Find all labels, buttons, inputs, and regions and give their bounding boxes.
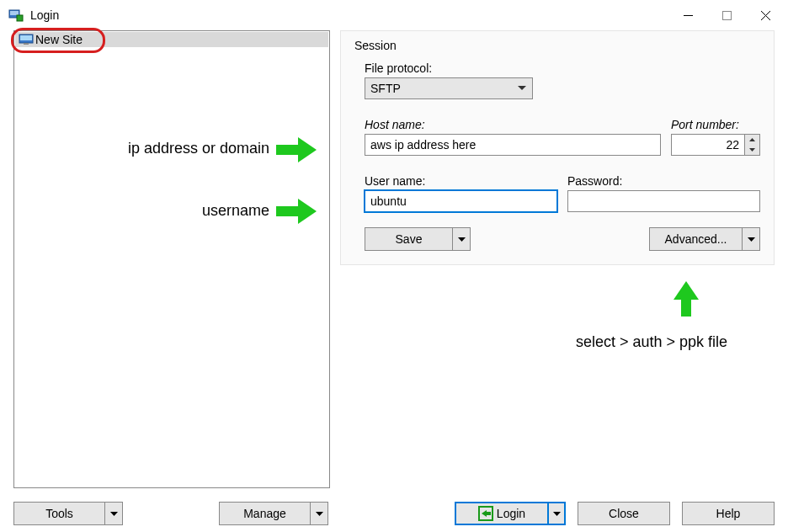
advanced-button[interactable]: Advanced... <box>649 227 742 251</box>
close-button[interactable] <box>746 3 785 28</box>
annotation-host-text: ip address or domain <box>101 140 269 157</box>
port-spin-up[interactable] <box>745 135 759 145</box>
site-item-label: New Site <box>35 33 83 46</box>
manage-dropdown[interactable] <box>310 502 328 525</box>
manage-button[interactable]: Manage <box>219 502 310 525</box>
save-button[interactable]: Save <box>365 227 452 251</box>
user-label: User name: <box>365 174 557 188</box>
monitor-icon <box>19 34 34 45</box>
manage-button-group: Manage <box>219 502 328 525</box>
login-button[interactable]: Login <box>455 502 547 525</box>
password-input[interactable] <box>567 190 760 212</box>
login-button-label: Login <box>497 507 525 520</box>
save-button-group: Save <box>365 227 471 251</box>
annotation-arrow-advanced <box>674 281 699 317</box>
svg-rect-2 <box>17 15 23 21</box>
minimize-button[interactable] <box>668 3 707 28</box>
annotation-user-text: username <box>101 202 269 220</box>
svg-marker-10 <box>749 138 755 141</box>
titlebar: Login <box>0 0 788 30</box>
svg-marker-11 <box>749 148 755 152</box>
advanced-button-group: Advanced... <box>649 227 760 251</box>
sites-tree[interactable]: New Site <box>13 30 330 488</box>
login-button-group: Login <box>455 502 566 525</box>
port-spin-down[interactable] <box>745 145 759 155</box>
host-label: Host name: <box>365 118 661 131</box>
svg-marker-21 <box>316 512 323 516</box>
svg-rect-16 <box>276 206 298 216</box>
tools-button-group: Tools <box>13 502 123 525</box>
svg-marker-18 <box>674 281 699 300</box>
advanced-dropdown[interactable] <box>742 227 760 251</box>
maximize-button[interactable] <box>707 3 746 28</box>
svg-marker-17 <box>298 199 317 224</box>
close-button-footer[interactable]: Close <box>578 502 670 525</box>
session-legend: Session <box>354 39 397 52</box>
app-icon <box>8 8 24 23</box>
svg-marker-13 <box>748 237 755 242</box>
login-icon <box>478 506 493 521</box>
password-label: Password: <box>567 174 760 188</box>
annotation-arrow-host <box>276 137 317 162</box>
session-group: Session File protocol: SFTP Host name: P… <box>340 30 775 265</box>
tools-button[interactable]: Tools <box>13 502 104 525</box>
svg-rect-14 <box>276 145 298 155</box>
svg-rect-8 <box>20 35 32 40</box>
tools-dropdown[interactable] <box>104 502 123 525</box>
file-protocol-select[interactable]: SFTP <box>365 77 533 99</box>
svg-marker-24 <box>553 512 561 516</box>
site-item-new-site[interactable]: New Site <box>15 32 328 47</box>
window-title: Login <box>30 8 668 22</box>
svg-marker-12 <box>458 237 466 242</box>
svg-rect-4 <box>722 11 731 19</box>
annotation-advanced-text: select > auth > ppk file <box>576 332 761 352</box>
help-button[interactable]: Help <box>682 502 775 525</box>
sites-panel: New Site <box>13 30 330 488</box>
svg-rect-9 <box>24 43 29 45</box>
port-spinner[interactable] <box>745 134 760 156</box>
svg-rect-19 <box>681 300 691 317</box>
svg-marker-23 <box>482 510 491 517</box>
username-input[interactable] <box>365 190 557 212</box>
host-input[interactable] <box>365 134 661 156</box>
port-input[interactable] <box>671 134 745 156</box>
svg-marker-15 <box>298 137 317 162</box>
port-label: Port number: <box>671 118 760 131</box>
save-dropdown[interactable] <box>452 227 471 251</box>
svg-marker-20 <box>110 512 118 516</box>
annotation-arrow-user <box>276 199 317 224</box>
login-dropdown[interactable] <box>547 502 566 525</box>
svg-rect-1 <box>10 11 19 15</box>
footer: Tools Manage Login Close Help <box>13 502 775 525</box>
file-protocol-label: File protocol: <box>365 61 760 75</box>
